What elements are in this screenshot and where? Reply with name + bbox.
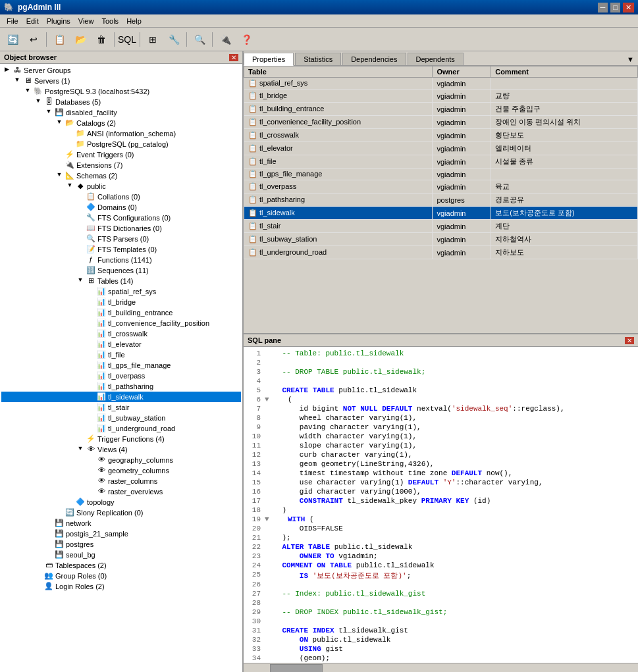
toolbar-back-btn[interactable]: ↩ [24,30,43,49]
tree-item-functions[interactable]: ƒFunctions (1141) [1,255,241,265]
menu-tools[interactable]: Tools [97,16,122,26]
tab-arrow[interactable]: ▼ [623,53,638,65]
tree-expand-geography_columns[interactable] [86,455,96,465]
tree-item-tl_underground_road[interactable]: 📊tl_underground_road [1,423,241,434]
tab-dependencies[interactable]: Dependencies [342,53,406,65]
tree-item-postgres[interactable]: 💾postgres [1,539,241,550]
tree-item-disabled_facility[interactable]: ▼💾disabled_facility [1,107,241,118]
table-row[interactable]: 📋tl_building_entrancevgiadmin건물 주출입구 [244,103,638,116]
table-row[interactable]: 📋tl_gps_file_managevgiadmin [244,168,638,180]
tree-item-tl_stair[interactable]: 📊tl_stair [1,402,241,413]
tree-expand-tl_bridge[interactable] [86,297,96,307]
tree-expand-domains[interactable] [75,203,86,212]
tree-expand-postgresql_catalog[interactable] [65,140,75,149]
tree-item-tl_overpass[interactable]: 📊tl_overpass [1,371,241,381]
tree-expand-slony_replication[interactable] [54,508,65,517]
tree-expand-tl_gps_file_manage[interactable] [86,361,96,370]
tree-item-login_roles[interactable]: 👤Login Roles (2) [1,581,241,592]
tree-item-pg93[interactable]: ▼🐘PostgreSQL 9.3 (localhost:5432) [1,86,241,97]
tree-item-tl_bridge[interactable]: 📊tl_bridge [1,297,241,307]
toolbar-filter-btn[interactable]: 🔧 [164,30,184,49]
tree-expand-login_roles[interactable] [33,582,43,591]
tab-dependents[interactable]: Dependents [408,53,464,65]
tree-item-views[interactable]: ▼👁Views (4) [1,444,241,455]
tree-item-tl_file[interactable]: 📊tl_file [1,349,241,360]
tree-item-postgresql_catalog[interactable]: 📁PostgreSQL (pg_catalog) [1,139,241,149]
tab-statistics[interactable]: Statistics [295,53,341,65]
tree-expand-pg93[interactable]: ▼ [22,87,33,96]
toolbar-help-btn[interactable]: ❓ [236,30,256,49]
sql-content[interactable]: 1 -- Table: public.tl_sidewalk23 -- DROP… [244,347,638,663]
tree-expand-catalogs[interactable]: ▼ [54,118,65,128]
tree-expand-postgis_21_sample[interactable] [43,529,54,538]
tree-expand-tl_elevator[interactable] [86,340,96,349]
table-row[interactable]: 📋tl_filevgiadmin시설물 종류 [244,155,638,168]
tree-item-fts_config[interactable]: 🔧FTS Configurations (0) [1,213,241,223]
tree-expand-fts_dicts[interactable] [75,224,86,233]
tree-expand-public[interactable]: ▼ [65,182,75,191]
tree-expand-fts_templates[interactable] [75,245,86,254]
tree-item-postgis_21_sample[interactable]: 💾postgis_21_sample [1,529,241,539]
menu-plugins[interactable]: Plugins [43,16,74,26]
tree-expand-tl_subway_station[interactable] [86,413,96,423]
tree-expand-topology[interactable] [65,498,75,507]
titlebar-controls[interactable]: ─ □ ✕ [598,3,634,13]
tree-item-tl_building_entrance[interactable]: 📊tl_building_entrance [1,307,241,318]
tree-item-fts_dicts[interactable]: 📖FTS Dictionaries (0) [1,223,241,234]
tree-item-fts_templates[interactable]: 📝FTS Templates (0) [1,244,241,255]
maximize-button[interactable]: □ [610,3,620,13]
tree-item-tl_elevator[interactable]: 📊tl_elevator [1,339,241,349]
tree-expand-fts_config[interactable] [75,213,86,222]
tree-expand-tl_stair[interactable] [86,403,96,412]
tree-item-tl_gps_file_manage[interactable]: 📊tl_gps_file_manage [1,360,241,371]
tree-expand-trigger_functions[interactable] [75,434,86,444]
toolbar-search-btn[interactable]: 🔍 [190,30,209,49]
tree-item-tables[interactable]: ▼⊞Tables (14) [1,276,241,286]
table-row[interactable]: 📋tl_convenience_facility_positionvgiadmi… [244,116,638,129]
toolbar-delete-btn[interactable]: 🗑 [92,30,111,49]
tree-item-tl_pathsharing[interactable]: 📊tl_pathsharing [1,381,241,392]
toolbar-connect-btn[interactable]: 🔌 [215,30,235,49]
sql-pane-close[interactable]: ✕ [625,337,634,344]
tree-item-databases[interactable]: ▼🗄Databases (5) [1,97,241,107]
sql-scrollbar-h[interactable] [244,663,638,672]
tree-item-tl_convenience[interactable]: 📊tl_convenience_facility_position [1,318,241,328]
tree-expand-tl_file[interactable] [86,350,96,359]
tree-expand-extensions[interactable] [54,161,65,170]
tree-item-server-groups[interactable]: ▶🖧Server Groups [1,65,241,76]
tree-item-tl_subway_station[interactable]: 📊tl_subway_station [1,413,241,423]
table-row[interactable]: 📋tl_underground_roadvgiadmin지하보도 [244,246,638,259]
table-row[interactable]: 📋tl_pathsharingpostgres경로공유 [244,194,638,207]
tree-item-topology[interactable]: 🔷topology [1,497,241,507]
tree-item-raster_overviews[interactable]: 👁raster_overviews [1,486,241,497]
tree-item-geography_columns[interactable]: 👁geography_columns [1,455,241,465]
close-button[interactable]: ✕ [623,3,634,13]
tree-expand-tl_pathsharing[interactable] [86,382,96,391]
tree-expand-postgres[interactable] [43,540,54,549]
tree-item-public[interactable]: ▼◆public [1,181,241,192]
table-row[interactable]: 📋tl_overpassvgiadmin육교 [244,180,638,194]
tree-expand-tl_underground_road[interactable] [86,424,96,433]
tree-expand-network[interactable] [43,519,54,528]
tree-expand-tl_crosswalk[interactable] [86,329,96,338]
tree-expand-tl_overpass[interactable] [86,371,96,380]
tree-expand-tl_convenience[interactable] [86,319,96,328]
tree-item-seoul_bg[interactable]: 💾seoul_bg [1,550,241,560]
toolbar-copy-btn[interactable]: 📋 [49,30,69,49]
tree-item-catalogs[interactable]: ▼📂Catalogs (2) [1,118,241,128]
menu-view[interactable]: View [74,16,98,26]
tree-expand-server-groups[interactable]: ▶ [1,66,12,75]
table-row[interactable]: 📋tl_subway_stationvgiadmin지하철역사 [244,233,638,246]
tree-item-domains[interactable]: 🔷Domains (0) [1,202,241,213]
table-row[interactable]: 📋tl_bridgevgiadmin교량 [244,90,638,103]
tree-expand-tables[interactable]: ▼ [75,276,86,286]
tree-expand-disabled_facility[interactable]: ▼ [43,108,54,117]
tree-item-spatial_ref_sys[interactable]: 📊spatial_ref_sys [1,286,241,297]
tree-expand-servers[interactable]: ▼ [12,76,22,86]
toolbar-sql-btn[interactable]: SQL [117,30,137,49]
tree-expand-functions[interactable] [75,255,86,265]
tree-expand-group_roles[interactable] [33,571,43,581]
tree-expand-event_triggers[interactable] [54,150,65,159]
tree-expand-raster_columns[interactable] [86,477,96,486]
tree-item-network[interactable]: 💾network [1,518,241,529]
